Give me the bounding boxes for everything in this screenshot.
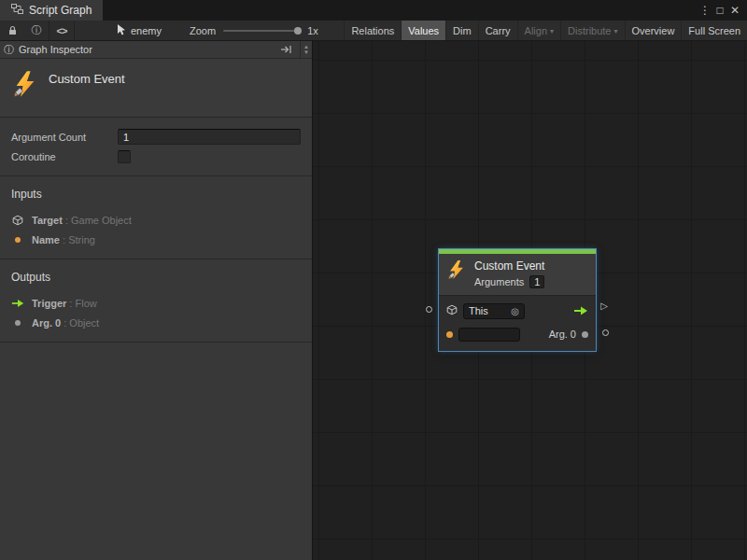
coroutine-row: Coroutine xyxy=(11,147,301,166)
port-type: : Flow xyxy=(69,298,96,309)
node-arg0-row: Arg. 0 xyxy=(446,325,588,343)
dim-button[interactable]: Dim xyxy=(445,21,478,40)
toolbar-separator xyxy=(74,21,75,40)
pointer-icon xyxy=(116,23,126,37)
carry-button[interactable]: Carry xyxy=(478,21,517,40)
port-row-arg0: Arg. 0 : Object xyxy=(11,313,301,332)
cube-icon xyxy=(11,215,24,226)
align-button[interactable]: Align▾ xyxy=(517,21,560,40)
graph-toolbar: ⓘ <> enemy Zoom 1x Relations Values Dim … xyxy=(0,21,747,41)
node-arguments: Arguments 1 xyxy=(474,275,544,288)
flow-arrow-icon xyxy=(573,306,588,315)
script-graph-icon xyxy=(11,4,23,17)
target-dropdown-value: This xyxy=(469,305,488,316)
chevron-down-icon: ▾ xyxy=(614,27,618,35)
orange-dot-icon xyxy=(11,237,24,243)
kebab-menu-icon[interactable]: ⋮ xyxy=(698,4,712,17)
unit-title: Custom Event xyxy=(49,72,125,100)
info-icon[interactable]: ⓘ xyxy=(24,21,49,40)
zoom-control: Zoom 1x xyxy=(190,25,318,36)
object-picker-icon[interactable]: ◎ xyxy=(511,306,519,316)
port-type: : Game Object xyxy=(65,215,132,226)
flow-arrow-icon xyxy=(11,299,24,308)
inputs-heading: Inputs xyxy=(11,188,301,201)
node-title: Custom Event xyxy=(474,259,544,273)
unit-fields: Argument Count Coroutine xyxy=(0,118,312,176)
argument-count-input[interactable] xyxy=(118,129,301,145)
port-row-trigger: Trigger : Flow xyxy=(11,293,301,313)
custom-event-icon xyxy=(446,259,467,282)
name-port-dot[interactable] xyxy=(446,331,453,338)
node-body: This ◎ Arg. 0 xyxy=(439,296,596,351)
port-name: Trigger xyxy=(32,298,66,309)
node-target-row: This ◎ xyxy=(446,301,588,320)
arg0-port-dot[interactable] xyxy=(582,331,588,338)
port-row-name: Name : String xyxy=(11,230,301,249)
port-name: Target xyxy=(32,215,63,226)
window-tab-bar: Script Graph ⋮ □ ✕ xyxy=(0,0,747,21)
arg0-output-port[interactable] xyxy=(602,329,609,336)
selection-name: enemy xyxy=(131,25,162,36)
port-row-target: Target : Game Object xyxy=(11,210,301,230)
custom-event-node[interactable]: Custom Event Arguments 1 This ◎ xyxy=(439,249,596,351)
maximize-icon[interactable]: □ xyxy=(712,4,727,17)
info-icon: ⓘ xyxy=(4,43,14,57)
chevron-down-icon: ▾ xyxy=(550,27,554,35)
trigger-output-port[interactable]: ▷ xyxy=(600,301,608,311)
inspector-header: ⓘ Graph Inspector ▲ ▼ xyxy=(0,41,312,59)
lock-icon[interactable] xyxy=(0,21,24,40)
scroll-stepper[interactable]: ▲ ▼ xyxy=(300,41,312,58)
close-icon[interactable]: ✕ xyxy=(727,4,742,17)
full-screen-button[interactable]: Full Screen xyxy=(681,21,747,40)
zoom-slider[interactable] xyxy=(223,30,300,32)
relations-button[interactable]: Relations xyxy=(344,21,401,40)
dock-arrow-icon[interactable] xyxy=(280,45,295,54)
zoom-value: 1x xyxy=(307,25,318,36)
zoom-label: Zoom xyxy=(190,25,216,36)
port-type: : String xyxy=(63,234,95,245)
graph-canvas[interactable]: Custom Event Arguments 1 This ◎ xyxy=(313,41,747,560)
inspector-empty-space xyxy=(0,343,312,560)
arg0-label: Arg. 0 xyxy=(549,329,576,340)
overview-button[interactable]: Overview xyxy=(625,21,682,40)
inspector-title: Graph Inspector xyxy=(19,44,92,55)
target-input-port[interactable] xyxy=(426,306,432,313)
custom-event-icon xyxy=(11,70,39,100)
port-name: Arg. 0 xyxy=(32,317,61,329)
values-button[interactable]: Values xyxy=(401,21,445,40)
selection-context[interactable]: enemy xyxy=(116,23,162,37)
port-name: Name xyxy=(32,234,60,245)
name-input[interactable] xyxy=(458,328,520,342)
node-arguments-value[interactable]: 1 xyxy=(529,275,544,288)
inputs-section: Inputs Target : Game Object Name : Strin… xyxy=(0,176,312,259)
argument-count-label: Argument Count xyxy=(11,132,118,143)
coroutine-label: Coroutine xyxy=(11,151,118,162)
port-type: : Object xyxy=(63,317,99,329)
target-dropdown[interactable]: This ◎ xyxy=(463,303,525,319)
unit-header: Custom Event xyxy=(0,59,312,118)
outputs-heading: Outputs xyxy=(11,271,301,284)
window-controls: ⋮ □ ✕ xyxy=(698,0,747,21)
tab-script-graph[interactable]: Script Graph xyxy=(0,0,103,21)
node-arguments-label: Arguments xyxy=(474,276,524,287)
zoom-slider-handle[interactable] xyxy=(294,27,302,35)
distribute-button[interactable]: Distribute▾ xyxy=(560,21,624,40)
toolbar-buttons: Relations Values Dim Carry Align▾ Distri… xyxy=(344,21,747,40)
graph-inspector-panel: ⓘ Graph Inspector ▲ ▼ Custom Event xyxy=(0,41,313,560)
tab-title: Script Graph xyxy=(29,4,92,17)
main-area: ⓘ Graph Inspector ▲ ▼ Custom Event xyxy=(0,41,747,560)
coroutine-checkbox[interactable] xyxy=(118,150,131,163)
gray-dot-icon xyxy=(11,320,24,326)
node-header[interactable]: Custom Event Arguments 1 xyxy=(439,254,596,296)
scroll-down-icon[interactable]: ▼ xyxy=(303,49,309,55)
argument-count-row: Argument Count xyxy=(11,127,301,147)
outputs-section: Outputs Trigger : Flow Arg. 0 : Object xyxy=(0,259,312,343)
cube-icon xyxy=(446,304,458,317)
code-icon[interactable]: <> xyxy=(49,21,74,40)
